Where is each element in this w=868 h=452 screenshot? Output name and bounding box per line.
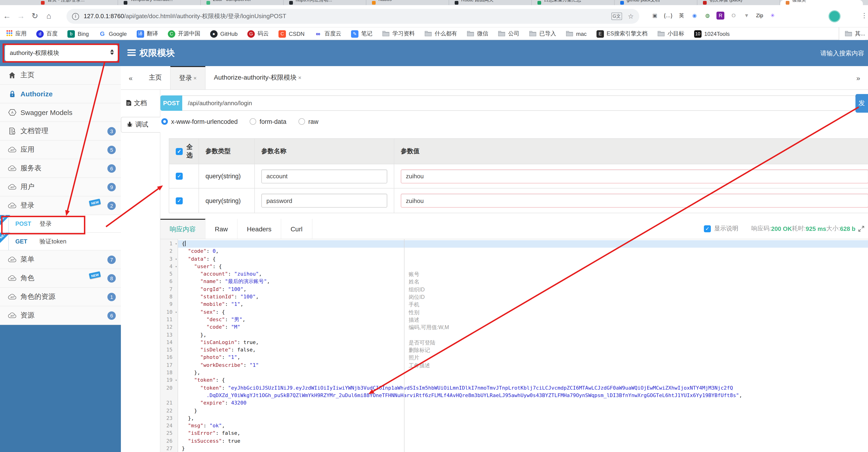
select-all-checkbox[interactable]: ✓	[176, 148, 183, 155]
browser-tab[interactable]: github pack文档	[615, 0, 698, 5]
browser-menu-icon[interactable]: ⋮	[861, 12, 868, 19]
code-line[interactable]: "token": "eyJhbGciOiJSUzI1NiJ9.eyJzdWIiO…	[178, 384, 868, 392]
code-line[interactable]: "name": "最后的演示账号",姓名	[178, 278, 868, 286]
gitzip-extension-icon[interactable]: Zip	[756, 12, 764, 20]
bookmark-item[interactable]: mac	[566, 30, 587, 37]
response-tab[interactable]: 响应内容	[160, 219, 206, 239]
sidebar-item[interactable]: API服务表6	[0, 159, 121, 178]
module-select[interactable]: authority-权限模块	[5, 45, 118, 61]
fold-arrow-icon[interactable]: ▾	[175, 263, 177, 271]
browser-tab[interactable]: 日志采集方案汇总	[532, 0, 615, 5]
bookmark-item[interactable]: 101024Tools	[694, 30, 730, 37]
code-line[interactable]: "photo": "1",照片	[178, 354, 868, 362]
fullscreen-icon[interactable]	[858, 226, 864, 232]
code-line[interactable]: "orgId": "100",组织ID	[178, 286, 868, 293]
sidebar-item[interactable]: 文档管理3	[0, 122, 121, 141]
bookmark-item[interactable]: 小目标	[657, 30, 684, 38]
browser-tab[interactable]: https://向左滑动...	[284, 0, 366, 5]
bookmark-star-icon[interactable]: ☆	[628, 12, 634, 20]
chrome-extension-icon[interactable]: ◉	[691, 12, 699, 20]
forward-icon[interactable]: →	[14, 11, 28, 21]
param-name-input[interactable]	[261, 169, 387, 183]
close-tab-icon[interactable]: ×	[193, 75, 197, 82]
code-line[interactable]: "sex": {性别	[178, 308, 868, 316]
bookmark-item[interactable]: bBing	[67, 30, 89, 37]
response-tab[interactable]: Curl	[281, 219, 312, 239]
browser-tab[interactable]: 初次体验 (pack)	[698, 0, 780, 5]
code-line[interactable]: "user": {	[178, 263, 868, 271]
sidebar-item[interactable]: API菜单7	[0, 250, 121, 269]
bookmark-item[interactable]: ●GitHub	[210, 30, 238, 37]
reload-icon[interactable]: ↻	[28, 11, 42, 21]
browser-tab[interactable]: Temporary Interact...	[118, 0, 201, 5]
bookmark-item[interactable]: 应用	[6, 30, 27, 38]
bookmark-item[interactable]: 译翻译	[136, 30, 158, 38]
json-viewer-extension-icon[interactable]: {…}	[664, 12, 673, 20]
bookmark-item[interactable]: 公司	[498, 30, 519, 38]
fold-arrow-icon[interactable]: ▾	[175, 255, 177, 263]
bookmark-item[interactable]: 学习资料	[382, 30, 415, 38]
param-value-input[interactable]	[401, 169, 868, 183]
code-line[interactable]: }	[178, 445, 868, 452]
globe-extension-icon[interactable]: ◍	[704, 12, 712, 20]
sidebar-item[interactable]: 主页	[0, 66, 121, 85]
code-line[interactable]: "account": "zuihou",账号	[178, 271, 868, 278]
browser-tab[interactable]: 微微笑	[780, 0, 863, 5]
code-line[interactable]: "expire": 43200	[178, 399, 868, 407]
sidebar-endpoint-get[interactable]: NEWGET验证token	[0, 233, 121, 250]
radio-icon[interactable]	[250, 118, 256, 125]
param-value-input[interactable]	[401, 194, 868, 207]
bookmark-item[interactable]: d百度	[36, 30, 58, 38]
code-line[interactable]: "isCanLogin": true,是否可登陆	[178, 339, 868, 346]
browser-tab[interactable]: Route 路由网关	[449, 0, 532, 5]
endpoint-path-input[interactable]	[182, 95, 856, 111]
side-nav-doc[interactable]: 文档	[121, 95, 160, 111]
translate-page-icon[interactable]: G文	[611, 12, 622, 20]
code-line[interactable]: },	[178, 369, 868, 377]
send-button[interactable]: 发	[856, 94, 868, 113]
sidebar-item[interactable]: API应用5	[0, 141, 121, 159]
code-line[interactable]: "stationId": "100",岗位ID	[178, 293, 868, 301]
asterisk-extension-icon[interactable]: ✳	[769, 12, 777, 20]
sidebar-item[interactable]: ASwagger Models	[0, 103, 121, 122]
param-checkbox[interactable]: ✓	[176, 197, 183, 204]
downloader-extension-icon[interactable]: ▼	[743, 12, 751, 20]
radio-icon[interactable]	[299, 118, 305, 125]
code-line[interactable]: }	[178, 407, 868, 415]
code-line[interactable]: },	[178, 331, 868, 339]
bookmark-item[interactable]: G码云	[247, 30, 269, 38]
show-description-toggle[interactable]: ✓显示说明	[704, 224, 738, 233]
browser-tab[interactable]: Nacos	[366, 0, 449, 5]
radio-selected-icon[interactable]	[161, 118, 168, 125]
sidebar-item[interactable]: API登录NEW2	[0, 196, 121, 215]
code-line[interactable]: {	[178, 240, 868, 248]
param-checkbox[interactable]: ✓	[176, 173, 183, 180]
bookmark-item[interactable]: ∞百度云	[314, 30, 341, 38]
fold-arrow-icon[interactable]: ▾	[175, 240, 177, 248]
sidebar-item[interactable]: API资源6	[0, 306, 121, 325]
other-bookmarks-folder[interactable]: 其...	[839, 27, 865, 40]
code-line[interactable]: "token": {	[178, 377, 868, 385]
response-code-editor[interactable]: 1▾23▾4▾5678910▾111213141516171819▾202122…	[160, 239, 868, 452]
sidebar-item[interactable]: API角色的资源1	[0, 288, 121, 306]
bookmark-item[interactable]: CCSDN	[278, 30, 305, 37]
sidebar-item[interactable]: Authorize	[0, 85, 121, 103]
close-tab-icon[interactable]: ×	[298, 75, 301, 81]
code-line[interactable]: "isSuccess": true	[178, 437, 868, 445]
bookmark-item[interactable]: 微信	[467, 30, 488, 38]
param-name-input[interactable]	[261, 194, 387, 207]
code-line[interactable]: "isError": false,	[178, 430, 868, 437]
translate-extension-icon[interactable]: 英	[678, 12, 685, 20]
code-line[interactable]: "code": 0,	[178, 248, 868, 256]
body-type-option[interactable]: raw	[299, 118, 318, 125]
home-icon[interactable]: ⌂	[42, 11, 56, 21]
profile-avatar[interactable]	[829, 10, 841, 22]
menu-toggle-icon[interactable]	[127, 49, 136, 56]
code-line[interactable]: "mobile": "1",手机	[178, 301, 868, 309]
code-line[interactable]: .DqDXZd_Y0iWkgYJt1OGh_puSkB7QZlWmYkH9RZY…	[178, 392, 868, 400]
code-line[interactable]: "isDelete": false,删除标记	[178, 346, 868, 354]
doc-tab[interactable]: 主页	[141, 66, 170, 89]
code-line[interactable]: "workDescribe": "1"工作描述	[178, 362, 868, 369]
code-line[interactable]: "data": {	[178, 255, 868, 263]
bookmark-item[interactable]: 什么都有	[425, 30, 457, 38]
